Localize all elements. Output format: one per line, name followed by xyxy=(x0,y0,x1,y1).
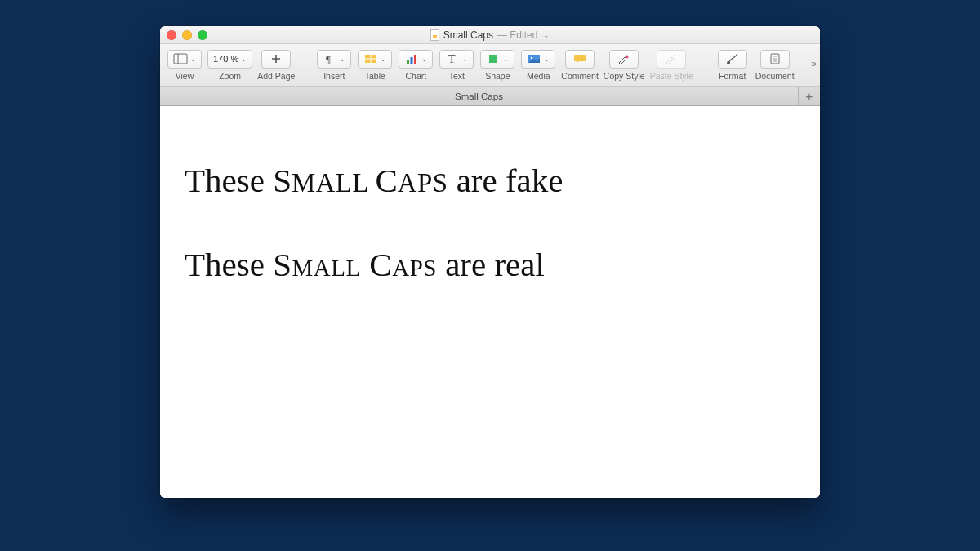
media-icon xyxy=(527,52,541,65)
svg-rect-12 xyxy=(489,55,497,63)
view-icon xyxy=(173,52,188,65)
add-page-item: Add Page xyxy=(257,50,295,81)
eyedropper-icon xyxy=(617,52,631,65)
copy-style-item: Copy Style xyxy=(604,50,645,81)
insert-item: ¶ ⌄ Insert xyxy=(316,50,352,81)
window-controls xyxy=(167,30,207,40)
page-icon xyxy=(768,52,782,65)
view-button[interactable]: ⌄ xyxy=(167,50,202,69)
svg-rect-10 xyxy=(414,55,416,64)
toolbar: ⌄ View 170 % ⌄ Zoom Add Page xyxy=(160,44,820,87)
title-dropdown-icon[interactable]: ⌄ xyxy=(543,31,550,39)
chevron-down-icon: ⌄ xyxy=(503,56,509,63)
comment-item: Comment xyxy=(561,50,599,81)
view-item: ⌄ View xyxy=(167,50,203,81)
chart-icon xyxy=(404,52,419,65)
document-canvas[interactable]: These SMALL CAPS are fake These Small Ca… xyxy=(160,106,820,498)
document-item: Document xyxy=(755,50,795,81)
zoom-value: 170 % xyxy=(213,54,238,64)
document-icon xyxy=(430,29,439,41)
pilcrow-icon: ¶ xyxy=(323,52,337,65)
doc-name: Small Caps xyxy=(443,29,493,41)
svg-rect-9 xyxy=(411,57,413,64)
shape-button[interactable]: ⌄ xyxy=(480,50,514,69)
minimize-icon[interactable] xyxy=(182,30,192,40)
paste-style-item: Paste Style xyxy=(650,50,693,81)
zoom-window-icon[interactable] xyxy=(198,30,207,40)
plus-icon xyxy=(269,52,283,65)
toolbar-overflow-icon[interactable]: ›› xyxy=(811,57,815,69)
text-icon: T xyxy=(445,52,460,65)
comment-icon xyxy=(572,52,587,65)
insert-button[interactable]: ¶ ⌄ xyxy=(317,50,351,69)
format-item: Format xyxy=(715,50,751,81)
table-button[interactable]: ⌄ xyxy=(358,50,392,69)
app-window: Small Caps — Edited ⌄ ⌄ View 170 % ⌄ Zoo… xyxy=(160,26,820,498)
media-item: ⌄ Media xyxy=(520,50,556,81)
table-item: ⌄ Table xyxy=(357,50,393,81)
add-page-button[interactable] xyxy=(261,50,291,69)
chevron-down-icon: ⌄ xyxy=(241,56,247,63)
text-item: T ⌄ Text xyxy=(439,50,474,81)
chevron-down-icon: ⌄ xyxy=(340,56,345,63)
tab-small-caps[interactable]: Small Caps xyxy=(160,87,799,105)
document-tabs: Small Caps + xyxy=(160,87,820,106)
document-button[interactable] xyxy=(760,50,790,69)
new-tab-button[interactable]: + xyxy=(799,87,820,105)
media-button[interactable]: ⌄ xyxy=(521,50,555,69)
svg-point-16 xyxy=(626,56,629,59)
zoom-item: 170 % ⌄ Zoom xyxy=(207,50,252,81)
svg-text:¶: ¶ xyxy=(326,53,331,65)
comment-button[interactable] xyxy=(565,50,595,69)
chart-item: ⌄ Chart xyxy=(398,50,434,81)
chevron-down-icon: ⌄ xyxy=(421,56,427,63)
brush-icon xyxy=(725,52,740,65)
shape-icon xyxy=(486,52,501,65)
chevron-down-icon: ⌄ xyxy=(462,56,468,63)
text-line-1[interactable]: These SMALL CAPS are fake xyxy=(185,162,795,200)
svg-rect-15 xyxy=(574,55,586,61)
svg-point-14 xyxy=(531,57,533,60)
svg-rect-8 xyxy=(407,60,409,64)
svg-text:T: T xyxy=(448,53,456,65)
format-button[interactable] xyxy=(718,50,747,69)
plus-icon: + xyxy=(806,89,813,103)
copy-style-button[interactable] xyxy=(609,50,639,69)
zoom-button[interactable]: 170 % ⌄ xyxy=(207,50,252,69)
text-line-2[interactable]: These Small Caps are real xyxy=(185,246,795,284)
chevron-down-icon: ⌄ xyxy=(544,56,550,63)
chart-button[interactable]: ⌄ xyxy=(399,50,433,69)
chevron-down-icon: ⌄ xyxy=(190,56,196,63)
chevron-down-icon: ⌄ xyxy=(381,56,386,63)
shape-item: ⌄ Shape xyxy=(479,50,515,81)
svg-point-17 xyxy=(727,61,730,64)
close-icon[interactable] xyxy=(167,30,176,40)
paste-style-button[interactable] xyxy=(657,50,686,69)
svg-rect-0 xyxy=(174,54,187,64)
table-icon xyxy=(363,52,378,65)
window-title[interactable]: Small Caps — Edited ⌄ xyxy=(430,29,550,41)
edited-indicator: — Edited xyxy=(497,29,537,41)
titlebar[interactable]: Small Caps — Edited ⌄ xyxy=(160,26,820,44)
text-button[interactable]: T ⌄ xyxy=(439,50,474,69)
paintbrush-icon xyxy=(664,52,679,65)
